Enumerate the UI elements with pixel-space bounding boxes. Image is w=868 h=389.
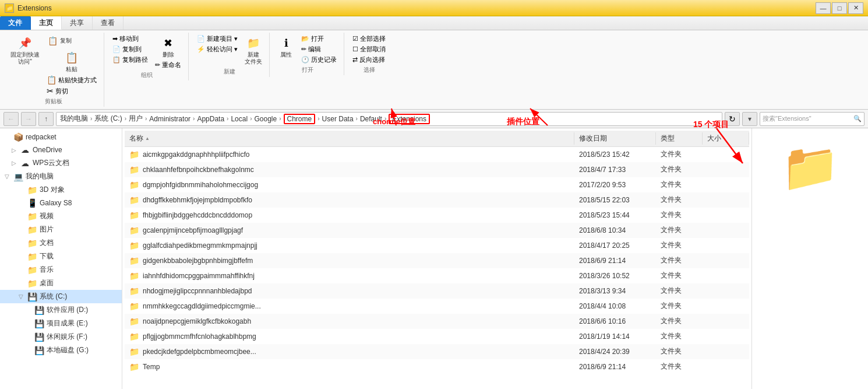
col-header-date[interactable]: 修改日期 bbox=[574, 132, 656, 145]
open-items: ℹ 属性 📂打开 ✏编辑 🕐历史记录 bbox=[276, 34, 339, 65]
deselect-all-button[interactable]: ☐全部取消 bbox=[350, 44, 388, 54]
file-date-cell: 2018/6/8 10:34 bbox=[574, 225, 656, 236]
sidebar-item-systemc[interactable]: ▽ 💾 系统 (C:) bbox=[0, 290, 122, 303]
copy-icon: 📋 bbox=[47, 35, 58, 47]
edit-button[interactable]: ✏编辑 bbox=[299, 44, 339, 54]
forward-button[interactable]: → bbox=[21, 112, 36, 126]
ribbon-group-select: ☑全部选择 ☐全部取消 ⇄反向选择 选择 bbox=[345, 33, 393, 75]
sidebar-item-wps[interactable]: ▷ ☁ WPS云文档 bbox=[0, 156, 122, 170]
copy-to-button[interactable]: 📄复制到 bbox=[110, 44, 150, 54]
select-label: 选择 bbox=[364, 65, 375, 74]
sidebar-item-documents[interactable]: 📁 文档 bbox=[0, 236, 122, 250]
sidebar-item-3d[interactable]: 📁 3D 对象 bbox=[0, 183, 122, 197]
sidebar-item-music[interactable]: 📁 音乐 bbox=[0, 263, 122, 276]
cut-icon: ✂ bbox=[47, 86, 54, 96]
sidebar-item-driveg[interactable]: 💾 本地磁盘 (G:) bbox=[0, 344, 122, 357]
address-path[interactable]: 我的电脑 › 系统 (C:) › 用户 › Administrator › Ap… bbox=[56, 112, 722, 126]
sidebar-item-drivee[interactable]: 💾 项目成果 (E:) bbox=[0, 317, 122, 330]
rename-button[interactable]: ✏重命名 bbox=[153, 60, 184, 70]
sidebar: 📦 redpacket ▷ ☁ OneDrive ▷ ☁ WPS云文档 ▽ 💻 … bbox=[0, 128, 122, 389]
file-row[interactable]: 📁 dhdgffkkebhmkfjojejmpbldmpobfkfo 2018/… bbox=[125, 192, 749, 208]
sidebar-item-downloads[interactable]: 📁 下载 bbox=[0, 250, 122, 263]
open-button[interactable]: 📂打开 bbox=[299, 34, 339, 44]
up-button[interactable]: ↑ bbox=[38, 112, 54, 126]
file-name-cell: 📁 nmmhkkegccagdldgiimedpiccmgmie... bbox=[125, 300, 574, 312]
sidebar-item-drivef[interactable]: 💾 休闲娱乐 (F:) bbox=[0, 330, 122, 344]
file-type-cell: 文件夹 bbox=[656, 163, 703, 176]
file-row[interactable]: 📁 pkedcjkdefgpdelpbcmbmeomcjbee... 2018/… bbox=[125, 344, 749, 359]
invert-selection-button[interactable]: ⇄反向选择 bbox=[350, 55, 388, 65]
sidebar-item-onedrive[interactable]: ▷ ☁ OneDrive bbox=[0, 143, 122, 156]
file-row[interactable]: 📁 nhdogjmejiglipccpnnnanhbledajbpd 2018/… bbox=[125, 283, 749, 299]
drived-icon: 💾 bbox=[34, 306, 44, 315]
address-bar: ← → ↑ 我的电脑 › 系统 (C:) › 用户 › Administrato… bbox=[0, 110, 868, 128]
file-size-cell bbox=[703, 244, 749, 247]
maximize-button[interactable]: □ bbox=[832, 2, 847, 14]
organize-label: 组织 bbox=[141, 70, 153, 79]
sidebar-item-redpacket[interactable]: 📦 redpacket bbox=[0, 131, 122, 143]
col-header-type[interactable]: 类型 bbox=[656, 132, 703, 145]
pin-to-quick-access-button[interactable]: 📌 固定到快速访问" bbox=[8, 34, 42, 66]
col-header-size[interactable]: 大小 bbox=[703, 132, 749, 145]
sidebar-item-video[interactable]: 📁 视频 bbox=[0, 209, 122, 223]
paste-button[interactable]: 📋 粘贴 bbox=[44, 48, 99, 74]
search-box[interactable]: 搜索"Extensions" 🔍 bbox=[760, 112, 865, 126]
file-row[interactable]: 📁 noaijdpnepcgjemiklgfkcfbkokogabh 2018/… bbox=[125, 314, 749, 329]
history-button[interactable]: 🕐历史记录 bbox=[299, 55, 339, 65]
refresh-button[interactable]: ↻ bbox=[725, 112, 740, 126]
address-dropdown-button[interactable]: ▾ bbox=[742, 112, 757, 126]
folder-icon: 📁 bbox=[129, 165, 139, 174]
select-all-button[interactable]: ☑全部选择 bbox=[350, 34, 388, 44]
file-size-cell bbox=[703, 229, 749, 232]
easy-access-button[interactable]: ⚡轻松访问 ▾ bbox=[195, 44, 240, 54]
tab-share[interactable]: 共享 bbox=[62, 16, 93, 30]
file-name-cell: 📁 pflgjjogbmmcmfhfcnlohagkablhbpmg bbox=[125, 331, 574, 342]
file-row[interactable]: 📁 aicmkgpgakddgnaphhhpliifpcfhicfo 2018/… bbox=[125, 147, 749, 162]
properties-button[interactable]: ℹ 属性 bbox=[276, 34, 297, 59]
delete-button[interactable]: ✖ 删除 bbox=[153, 34, 184, 59]
file-name-cell: 📁 Temp bbox=[125, 361, 574, 373]
sidebar-item-mypc[interactable]: ▽ 💻 我的电脑 bbox=[0, 170, 122, 183]
tab-home[interactable]: 主页 bbox=[31, 16, 62, 30]
sidebar-item-drived[interactable]: 💾 软件应用 (D:) bbox=[0, 303, 122, 317]
extensions-path-segment: Extensions bbox=[389, 114, 430, 124]
col-header-name[interactable]: 名称 ▲ bbox=[125, 132, 574, 145]
back-button[interactable]: ← bbox=[3, 112, 19, 126]
sidebar-item-pictures[interactable]: 📁 图片 bbox=[0, 223, 122, 236]
tab-file[interactable]: 文件 bbox=[0, 16, 31, 30]
copy-path-button[interactable]: 📋复制路径 bbox=[110, 55, 150, 65]
new-item-button[interactable]: 📄新建项目 ▾ bbox=[195, 34, 240, 44]
ribbon-group-organize: ➡移动到 📄复制到 📋复制路径 ✖ 删除 ✏重命名 bbox=[105, 33, 189, 80]
file-row[interactable]: 📁 gidgenkbbabolejbgbpnhbimgjbffefm 2018/… bbox=[125, 253, 749, 268]
paste-shortcut-button[interactable]: 📋 粘贴快捷方式 bbox=[44, 75, 99, 85]
clipboard-label: 剪贴板 bbox=[45, 96, 62, 106]
file-date-cell: 2018/6/9 21:14 bbox=[574, 255, 656, 266]
file-type-cell: 文件夹 bbox=[656, 300, 703, 312]
file-type-cell: 文件夹 bbox=[656, 178, 703, 191]
tab-view[interactable]: 查看 bbox=[93, 16, 124, 30]
file-row[interactable]: 📁 pflgjjogbmmcmfhfcnlohagkablhbpmg 2018/… bbox=[125, 329, 749, 344]
sidebar-item-galaxy[interactable]: 📱 Galaxy S8 bbox=[0, 197, 122, 209]
move-to-button[interactable]: ➡移动到 bbox=[110, 34, 150, 44]
close-button[interactable]: ✕ bbox=[848, 2, 863, 14]
new-items: 📄新建项目 ▾ ⚡轻松访问 ▾ 📁 新建文件夹 bbox=[195, 34, 264, 66]
file-row[interactable]: 📁 fhbjgbiflinjbdggehcddcbncdddomop 2018/… bbox=[125, 208, 749, 223]
sidebar-item-desktop[interactable]: 📁 桌面 bbox=[0, 276, 122, 290]
file-row[interactable]: 📁 dgmpjohfgidbnmmihaholohmeccijgog 2017/… bbox=[125, 177, 749, 192]
new-folder-button[interactable]: 📁 新建文件夹 bbox=[242, 34, 264, 66]
big-folder-icon: 📁 bbox=[781, 140, 839, 195]
title-bar: 📁 Extensions — □ ✕ bbox=[0, 0, 868, 16]
file-row[interactable]: 📁 iahnhfdhidomcpggpaimmmahffihkfnj 2018/… bbox=[125, 268, 749, 283]
content-area: 名称 ▲ 修改日期 类型 大小 📁 aicmkgpgakddgnaphhhpli… bbox=[122, 128, 751, 389]
file-type-cell: 文件夹 bbox=[656, 315, 703, 327]
file-row[interactable]: 📁 gcalenpjmijncebpfijmoaglllgpjagf 2018/… bbox=[125, 223, 749, 238]
file-row[interactable]: 📁 nmmhkkegccagdldgiimedpiccmgmie... 2018… bbox=[125, 299, 749, 314]
file-row[interactable]: 📁 chklaanhfefbnpoihckbnefhakgolnmc 2018/… bbox=[125, 162, 749, 177]
copy-button[interactable]: 📋 复制 bbox=[44, 34, 99, 48]
file-row[interactable]: 📁 Temp 2018/6/9 21:14 文件夹 bbox=[125, 359, 749, 374]
file-row[interactable]: 📁 gglalfcdiahpedikbmegmmkmpmajnpjj 2018/… bbox=[125, 238, 749, 253]
minimize-button[interactable]: — bbox=[816, 2, 831, 14]
file-size-cell bbox=[703, 214, 749, 216]
file-type-cell: 文件夹 bbox=[656, 269, 703, 282]
cut-button[interactable]: ✂ 剪切 bbox=[44, 86, 99, 96]
